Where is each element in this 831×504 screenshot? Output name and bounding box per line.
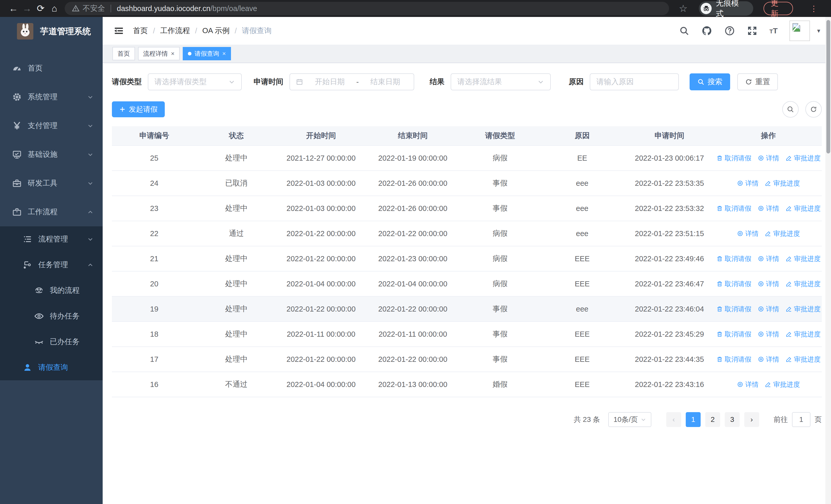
breadcrumb-item-1[interactable]: 首页: [133, 26, 148, 36]
fullscreen-icon[interactable]: [747, 25, 757, 36]
detail-link[interactable]: 详情: [737, 179, 758, 188]
avatar[interactable]: [790, 21, 810, 41]
approval-progress-link[interactable]: 审批进度: [785, 355, 821, 364]
leave-type-select[interactable]: 请选择请假类型: [148, 73, 242, 90]
cell-actions: 取消请假详情审批进度: [715, 204, 822, 213]
sidebar-item-已办任务[interactable]: 已办任务: [0, 329, 103, 355]
search-button[interactable]: 搜索: [690, 73, 730, 90]
goto-label: 前往: [774, 415, 788, 424]
cancel-leave-link[interactable]: 取消请假: [716, 154, 751, 163]
prev-page-button[interactable]: ‹: [666, 412, 681, 427]
refresh-table-button[interactable]: [805, 101, 822, 118]
detail-link[interactable]: 详情: [757, 305, 779, 314]
security-label[interactable]: 不安全: [83, 3, 105, 13]
cell-actions: 详情审批进度: [715, 179, 822, 188]
detail-link[interactable]: 详情: [757, 279, 779, 289]
detail-link[interactable]: 详情: [757, 355, 779, 364]
approval-progress-link[interactable]: 审批进度: [785, 154, 821, 163]
cancel-leave-link[interactable]: 取消请假: [716, 305, 751, 314]
page-scrollbar[interactable]: [825, 17, 831, 504]
leave-type-placeholder: 请选择请假类型: [154, 77, 228, 87]
app-logo[interactable]: 芋道管理系统: [0, 17, 103, 46]
help-icon[interactable]: [724, 25, 735, 36]
detail-link[interactable]: 详情: [737, 380, 758, 389]
approval-progress-link[interactable]: 审批进度: [785, 305, 821, 314]
approval-progress-link[interactable]: 审批进度: [785, 204, 821, 213]
detail-link[interactable]: 详情: [757, 154, 779, 163]
breadcrumb-item-2[interactable]: 工作流程: [160, 26, 190, 36]
cancel-leave-link[interactable]: 取消请假: [716, 279, 751, 289]
action-label: 审批进度: [794, 330, 821, 339]
cell-reason: EEE: [541, 355, 624, 364]
reason-input[interactable]: 请输入原因: [590, 73, 679, 90]
reset-button[interactable]: 重置: [737, 73, 778, 90]
sidebar-item-系统管理[interactable]: 系统管理: [0, 83, 103, 111]
cancel-leave-link[interactable]: 取消请假: [716, 330, 751, 339]
tab-流程详情[interactable]: 流程详情×: [138, 47, 180, 60]
sidebar-item-任务管理[interactable]: 任务管理: [0, 252, 103, 278]
page-button-3[interactable]: 3: [725, 412, 740, 427]
forward-icon[interactable]: →: [20, 3, 34, 14]
cancel-leave-link[interactable]: 取消请假: [716, 204, 751, 213]
browser-menu-icon[interactable]: ⋮: [803, 2, 824, 15]
page-size-select[interactable]: 10条/页: [608, 412, 651, 427]
apply-time-range-picker[interactable]: 开始日期 - 结束日期: [289, 73, 414, 90]
detail-link[interactable]: 详情: [757, 330, 779, 339]
bookmark-star-icon[interactable]: ☆: [679, 3, 688, 14]
sidebar-item-基础设施[interactable]: 基础设施: [0, 140, 103, 169]
tab-请假查询[interactable]: 请假查询×: [183, 47, 231, 60]
approval-progress-link[interactable]: 审批进度: [765, 380, 800, 389]
sidebar-item-工作流程[interactable]: 工作流程: [0, 198, 103, 226]
cancel-leave-link[interactable]: 取消请假: [716, 355, 751, 364]
result-select[interactable]: 请选择流结果: [451, 73, 551, 90]
cancel-leave-link[interactable]: 取消请假: [716, 254, 751, 263]
chevron-down-icon[interactable]: ▾: [817, 27, 820, 34]
action-label: 详情: [766, 279, 779, 289]
toggle-search-button[interactable]: [782, 101, 799, 118]
sidebar-item-支付管理[interactable]: 支付管理: [0, 111, 103, 140]
create-leave-button[interactable]: 发起请假: [112, 101, 165, 117]
back-icon[interactable]: ←: [7, 3, 20, 14]
sidebar-item-请假查询[interactable]: 请假查询: [0, 355, 103, 380]
sidebar-item-首页[interactable]: 首页: [0, 54, 103, 83]
page-button-1[interactable]: 1: [686, 412, 700, 427]
action-label: 详情: [766, 204, 779, 213]
leave-type-label: 请假类型: [112, 77, 142, 87]
approval-progress-link[interactable]: 审批进度: [785, 330, 821, 339]
detail-link[interactable]: 详情: [737, 229, 758, 238]
approval-progress-link[interactable]: 审批进度: [785, 254, 821, 263]
page-size-value: 10条/页: [613, 415, 638, 424]
detail-link[interactable]: 详情: [757, 254, 779, 263]
next-page-button[interactable]: ›: [744, 412, 759, 427]
page-number-list: 123: [681, 412, 740, 427]
font-size-icon[interactable]: TT: [769, 26, 778, 35]
approval-progress-link[interactable]: 审批进度: [765, 179, 800, 188]
sidebar-item-研发工具[interactable]: 研发工具: [0, 169, 103, 198]
detail-link[interactable]: 详情: [757, 204, 779, 213]
monitor-icon: [11, 149, 23, 160]
approval-progress-link[interactable]: 审批进度: [785, 279, 821, 289]
search-icon[interactable]: [679, 26, 689, 36]
address-bar[interactable]: 不安全 dashboard.yudao.iocoder.cn/bpm/oa/le…: [65, 2, 669, 15]
home-icon[interactable]: ⌂: [48, 3, 61, 14]
goto-page-input[interactable]: 1: [792, 412, 810, 427]
cell-apply-time: 2022-01-22 23:45:29: [624, 330, 715, 338]
sidebar-item-待办任务[interactable]: 待办任务: [0, 303, 103, 329]
collapse-sidebar-icon[interactable]: [113, 25, 124, 36]
sidebar-item-我的流程[interactable]: 我的流程: [0, 278, 103, 303]
browser-update-button[interactable]: 更新: [764, 2, 793, 15]
reload-icon[interactable]: ⟳: [34, 3, 48, 14]
yen-icon: [11, 120, 23, 131]
github-icon[interactable]: [701, 25, 712, 36]
close-tab-icon[interactable]: ×: [222, 50, 226, 57]
cell-end-time: 2022-01-22 00:00:00: [366, 305, 460, 313]
sidebar-item-流程管理[interactable]: 流程管理: [0, 226, 103, 252]
action-label: 取消请假: [725, 279, 751, 289]
chevron-down-icon: [640, 417, 646, 422]
scrollbar-thumb[interactable]: [826, 20, 830, 153]
close-tab-icon[interactable]: ×: [171, 50, 174, 57]
page-button-2[interactable]: 2: [705, 412, 720, 427]
approval-progress-link[interactable]: 审批进度: [765, 229, 800, 238]
tab-首页[interactable]: 首页: [112, 47, 135, 60]
breadcrumb-item-3[interactable]: OA 示例: [202, 26, 229, 36]
